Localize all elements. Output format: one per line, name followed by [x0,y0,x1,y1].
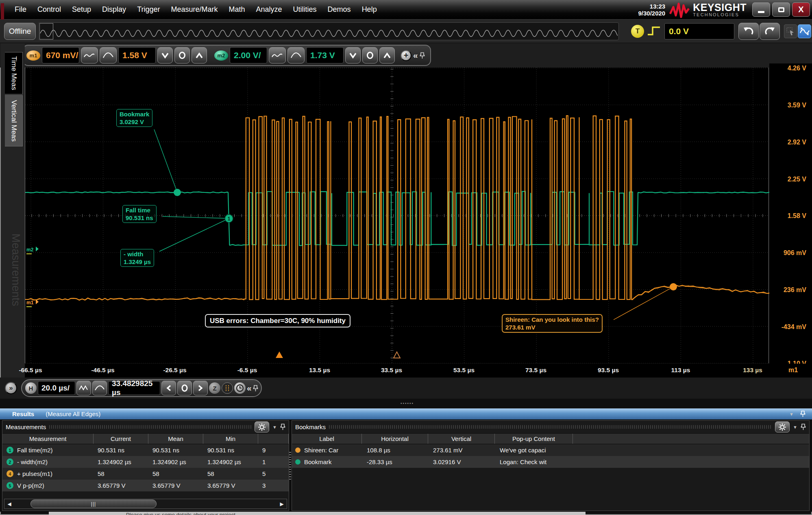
bookmarks-table: Shireen: Car 108.8 µs 273.61 mV We've go… [292,444,809,468]
m2-scale-input[interactable]: 2.00 V/ [230,47,267,63]
y-tick-label: 2.25 V [788,176,806,183]
shireen-note[interactable]: Shireen: Can you look into this? 273.61 … [502,314,603,333]
pin-icon[interactable] [280,423,285,430]
scroll-right-icon[interactable]: ▶ [277,499,287,508]
minimize-button[interactable] [752,2,770,17]
m1-scale-input[interactable]: 670 mV/ [42,47,79,63]
menu-file[interactable]: File [15,5,26,14]
maximize-button[interactable] [772,2,790,17]
pin-icon[interactable] [253,385,258,392]
gear-icon[interactable] [255,421,269,432]
channel-m1-badge[interactable]: m1 [26,50,40,61]
m2-offset-down-button[interactable] [345,47,361,63]
trigger-badge[interactable]: T [631,25,644,38]
usb-errors-note[interactable]: USB errors: Chamber=30C, 90% humidity [205,314,350,327]
timebase-scale-input[interactable]: 20.0 µs/ [38,381,75,395]
x-tick-label: 113 µs [671,367,690,374]
undo-button[interactable] [738,23,759,40]
x-axis-channel-label: m1 [788,367,798,374]
trigger-waveform-preview[interactable] [38,22,619,40]
panels-divider-handle[interactable] [289,452,291,480]
tab-vertical-meas[interactable]: Vertical Meas [5,95,23,146]
svg-text:m1: m1 [26,300,34,306]
pointer-mode-button[interactable] [784,24,797,38]
markers-button[interactable] [222,382,233,394]
zoom-badge[interactable]: Z [209,382,220,394]
trigger-level-input[interactable]: 0.0 V [664,23,734,39]
m2-scale-decrease-wave-icon[interactable] [269,47,286,63]
m1-offset-zero-button[interactable] [174,47,190,63]
collapse-chevrons-icon[interactable]: « [247,384,252,392]
horizontal-position-input[interactable]: 33.4829825 µs [108,381,160,395]
time-label: 13:23 [638,3,665,10]
m1-offset-down-button[interactable] [157,47,173,63]
scroll-left-icon[interactable]: ◀ [4,499,14,508]
y-tick-label: 4.26 V [788,65,806,72]
trigger-edge-icon[interactable] [647,25,661,37]
menu-utilities[interactable]: Utilities [293,5,317,14]
measurements-panel-title: Measurements [6,423,46,430]
timebase-expand-wave-icon[interactable] [92,381,107,395]
scrollbar-thumb[interactable]: ||| [30,500,157,508]
offline-run-button[interactable]: Offline [4,23,36,40]
measurements-header-row: Measurement Current Mean Min [2,433,289,444]
m1-offset-input[interactable]: 1.58 V [118,47,156,63]
position-left-button[interactable] [161,381,176,395]
y-axis-gutter: 4.26 V 3.59 V 2.92 V 2.25 V 1.58 V 906 m… [769,63,812,378]
add-channel-button[interactable]: + [401,50,411,61]
y-tick-label: 2.92 V [788,139,806,146]
table-row[interactable]: 5V p-p(m2) 3.65779 V 3.65779 V 3.65779 V… [2,480,289,491]
fall-time-annotation[interactable]: Fall time 90.531 ns [122,205,157,223]
menu-display[interactable]: Display [102,5,126,14]
waveform-display[interactable]: m2m11 Bookmark 3.0292 V Fall time 90.531… [25,68,769,363]
x-tick-label: 33.5 µs [381,367,402,374]
channel-m2-badge[interactable]: m2 [214,50,228,61]
menu-demos[interactable]: Demos [328,5,351,14]
horizontal-scrollbar[interactable]: ◀ ||| ▶ [4,499,287,509]
left-sidebar: Time Meas Vertical Meas Measurements [1,43,25,378]
menu-setup[interactable]: Setup [72,5,91,14]
horizontal-badge[interactable]: H [25,382,37,394]
channel-bar-strip: m1 670 mV/ 1.58 V m2 2.00 V/ 1.73 V + « [0,43,812,68]
chevron-down-icon[interactable]: ▼ [793,425,797,430]
table-row[interactable]: Bookmark -28.33 µs 3.02916 V Logan: Chec… [292,456,809,468]
m1-scale-decrease-wave-icon[interactable] [81,47,98,63]
m2-scale-increase-wave-icon[interactable] [287,47,305,63]
table-row[interactable]: 4+ pulses(m1) 58 58 58 5 [2,468,289,480]
menu-measure-mark[interactable]: Measure/Mark [171,5,218,14]
m2-offset-input[interactable]: 1.73 V [306,47,344,63]
panel-splitter[interactable]: •••••• [0,399,812,408]
bookmark-annotation[interactable]: Bookmark 3.0292 V [116,109,152,127]
width-annotation[interactable]: - width 1.3249 µs [120,249,154,267]
pin-icon[interactable] [801,423,806,430]
menu-help[interactable]: Help [362,5,377,14]
menu-items: File Control Setup Display Trigger Measu… [0,5,377,14]
table-row[interactable]: 1Fall time(m2) 90.531 ns 90.531 ns 90.53… [2,444,289,456]
table-row[interactable]: 2- width(m2) 1.324902 µs 1.324902 µs 1.3… [2,456,289,468]
position-right-button[interactable] [193,381,208,395]
pin-icon[interactable] [800,410,805,417]
tab-time-meas[interactable]: Time Meas [5,52,23,94]
menu-control[interactable]: Control [37,5,61,14]
touch-mode-button[interactable] [798,24,811,38]
pin-icon[interactable] [420,52,425,59]
m2-offset-zero-button[interactable] [362,47,378,63]
timebase-compress-wave-icon[interactable] [76,381,91,395]
results-panels: Measurements ▼ Measurement Current Mean … [0,419,812,512]
m1-offset-up-button[interactable] [192,47,207,63]
gear-icon[interactable] [775,421,790,432]
m1-scale-increase-wave-icon[interactable] [100,47,117,63]
expand-panel-button[interactable]: » [5,382,17,394]
position-zero-button[interactable] [177,381,192,395]
table-row[interactable]: Shireen: Car 108.8 µs 273.61 mV We've go… [292,444,809,456]
menu-analyze[interactable]: Analyze [256,5,282,14]
close-button[interactable]: X [792,2,810,17]
chevron-down-icon[interactable]: ▼ [789,412,794,417]
chevron-down-icon[interactable]: ▼ [272,425,277,430]
collapse-chevrons-icon[interactable]: « [413,51,418,59]
redo-button[interactable] [760,23,780,40]
m2-offset-up-button[interactable] [379,47,395,63]
menu-trigger[interactable]: Trigger [137,5,160,14]
menu-math[interactable]: Math [229,5,245,14]
acquisition-clock-button[interactable] [234,382,246,394]
